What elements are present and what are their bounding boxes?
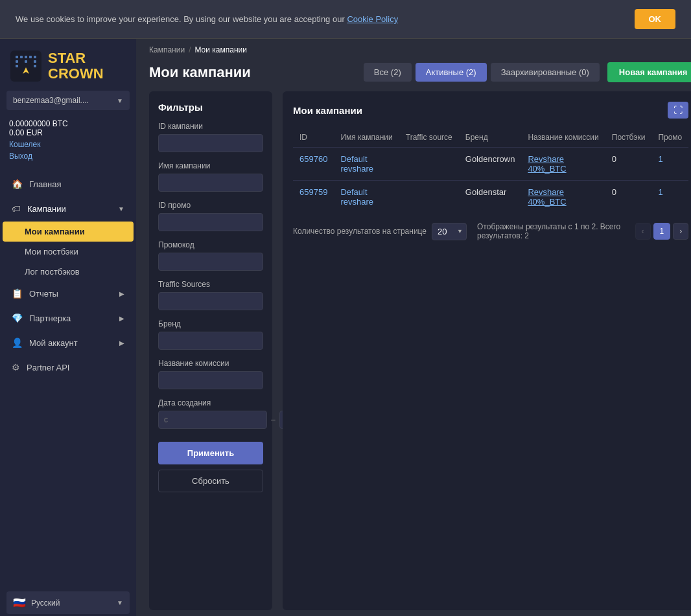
logo-icon xyxy=(10,51,41,82)
filter-brand-input[interactable] xyxy=(158,332,263,350)
sidebar-item-reports[interactable]: 📋 Отчеты ▶ xyxy=(3,282,134,305)
table-row: 659759 Default revshare Goldenstar Revsh… xyxy=(293,181,688,214)
new-campaign-button[interactable]: Новая кампания xyxy=(607,62,691,82)
cookie-text: We use cookies to improve your experienc… xyxy=(16,14,627,24)
filter-traffic-sources-input[interactable] xyxy=(158,292,263,310)
filter-traffic-sources-label: Traffic Sources xyxy=(158,280,263,289)
expand-button[interactable]: ⛶ xyxy=(668,102,688,119)
sidebar-item-home[interactable]: 🏠 Главная xyxy=(3,172,134,196)
language-selector[interactable]: 🇷🇺 Русский ▼ xyxy=(6,591,130,614)
reset-filters-button[interactable]: Сбросить xyxy=(158,470,263,492)
cell-postbacks-1: 0 xyxy=(605,148,652,181)
user-dropdown-icon: ▼ xyxy=(117,97,123,104)
campaigns-table: ID Имя кампании Traffic source Бренд Наз… xyxy=(293,128,688,213)
filters-panel: Фильтры ID кампании Имя кампании ID пром… xyxy=(149,91,272,610)
svg-rect-4 xyxy=(29,56,32,58)
filter-commission-name-label: Название комиссии xyxy=(158,359,263,368)
filter-promo-code-label: Промокод xyxy=(158,240,263,249)
table-row: 659760 Default revshare Goldencrown Revs… xyxy=(293,148,688,181)
campaign-id-link-1[interactable]: 659760 xyxy=(299,154,327,164)
cell-name-2: Default revshare xyxy=(334,181,399,214)
cookie-banner: We use cookies to improve your experienc… xyxy=(0,0,691,39)
sidebar-item-my-campaigns[interactable]: Мои кампании xyxy=(3,222,134,242)
col-promo: Промо xyxy=(651,128,688,148)
campaign-name-link-2[interactable]: Default revshare xyxy=(340,187,373,207)
commission-link-1[interactable]: Revshare 40%_BTC xyxy=(528,154,566,174)
filter-date: Дата создания – xyxy=(158,398,263,429)
filter-promo-code-input[interactable] xyxy=(158,253,263,271)
sidebar-item-log-postbacks[interactable]: Лог постбэков xyxy=(0,262,136,282)
reports-icon: 📋 xyxy=(12,288,23,299)
sidebar-item-my-postbacks[interactable]: Мои постбэки xyxy=(0,242,136,262)
tab-archived[interactable]: Заархивированные (0) xyxy=(491,63,600,82)
cell-promo-2: 1 xyxy=(651,181,688,214)
filter-promo-id-input[interactable] xyxy=(158,213,263,231)
results-info: Отображены результаты с 1 по 2. Всего ре… xyxy=(477,222,625,240)
filter-date-label: Дата создания xyxy=(158,398,263,407)
user-email: benzemaa3@gmail.... xyxy=(13,96,89,105)
svg-rect-3 xyxy=(25,56,27,58)
sidebar-item-api[interactable]: ⚙ Partner API xyxy=(3,356,134,379)
per-page-group: Количество результатов на странице 20 50… xyxy=(293,223,467,240)
breadcrumb-current: Мои кампании xyxy=(194,45,246,54)
col-id: ID xyxy=(293,128,334,148)
sidebar-item-account[interactable]: 👤 Мой аккаунт ▶ xyxy=(3,331,134,354)
filter-commission-name-input[interactable] xyxy=(158,371,263,389)
col-traffic: Traffic source xyxy=(399,128,459,148)
campaigns-submenu: Мои кампании Мои постбэки Лог постбэков xyxy=(0,222,136,282)
filter-promo-id-label: ID промо xyxy=(158,201,263,210)
cookie-message: We use cookies to improve your experienc… xyxy=(16,14,345,24)
cell-postbacks-2: 0 xyxy=(605,181,652,214)
col-commission: Название комиссии xyxy=(521,128,605,148)
campaigns-panel-title: Мои кампании xyxy=(293,105,668,116)
table-header-row: ID Имя кампании Traffic source Бренд Наз… xyxy=(293,128,688,148)
account-arrow-icon: ▶ xyxy=(119,339,124,347)
sidebar-item-partner[interactable]: 💎 Партнерка ▶ xyxy=(3,306,134,330)
breadcrumb: Кампании / Мои кампании xyxy=(136,39,691,57)
campaign-id-link-2[interactable]: 659759 xyxy=(299,187,327,197)
cell-commission-1: Revshare 40%_BTC xyxy=(521,148,605,181)
date-from-input[interactable] xyxy=(158,411,267,429)
svg-rect-7 xyxy=(25,60,27,63)
sidebar-item-label: Партнерка xyxy=(29,314,71,323)
user-selector[interactable]: benzemaa3@gmail.... ▼ xyxy=(6,91,130,110)
col-name: Имя кампании xyxy=(334,128,399,148)
cookie-ok-button[interactable]: OK xyxy=(635,9,676,29)
content-row: Фильтры ID кампании Имя кампании ID пром… xyxy=(136,91,691,616)
filter-campaign-name-label: Имя кампании xyxy=(158,161,263,170)
promo-link-2[interactable]: 1 xyxy=(658,187,662,197)
tab-all[interactable]: Все (2) xyxy=(364,63,412,82)
logo-text: STAR CROWN xyxy=(48,51,104,82)
sidebar-item-label: Partner API xyxy=(27,363,69,372)
prev-page-button[interactable]: ‹ xyxy=(635,223,651,240)
per-page-wrap: 20 50 100 xyxy=(432,223,467,240)
cell-name-1: Default revshare xyxy=(334,148,399,181)
promo-link-1[interactable]: 1 xyxy=(658,154,662,164)
commission-link-2[interactable]: Revshare 40%_BTC xyxy=(528,187,566,207)
svg-rect-0 xyxy=(10,51,41,82)
sidebar-item-campaigns[interactable]: 🏷 Кампании ▼ xyxy=(3,197,134,220)
sidebar-item-label: Главная xyxy=(29,179,61,189)
flag-icon: 🇷🇺 xyxy=(13,597,26,609)
apply-filters-button[interactable]: Применить xyxy=(158,442,263,464)
campaign-name-link-1[interactable]: Default revshare xyxy=(340,154,373,174)
logout-link[interactable]: Выход xyxy=(9,152,127,161)
svg-rect-5 xyxy=(34,56,36,58)
tab-active[interactable]: Активные (2) xyxy=(416,63,487,82)
app-layout: STAR CROWN benzemaa3@gmail.... ▼ 0.00000… xyxy=(0,39,691,616)
cell-brand-1: Goldencrown xyxy=(459,148,522,181)
svg-rect-2 xyxy=(20,56,23,58)
wallet-link[interactable]: Кошелек xyxy=(9,140,127,149)
lang-dropdown-icon: ▼ xyxy=(117,599,123,606)
partner-arrow-icon: ▶ xyxy=(119,315,124,322)
partner-icon: 💎 xyxy=(12,313,23,323)
filter-campaign-id-input[interactable] xyxy=(158,134,263,152)
breadcrumb-parent[interactable]: Кампании xyxy=(149,45,185,54)
next-page-button[interactable]: › xyxy=(673,223,688,240)
page-1-button[interactable]: 1 xyxy=(653,223,671,240)
cookie-policy-link[interactable]: Cookie Policy xyxy=(347,14,398,24)
filter-campaign-name-input[interactable] xyxy=(158,174,263,192)
per-page-select[interactable]: 20 50 100 xyxy=(432,223,467,240)
svg-rect-8 xyxy=(34,60,36,63)
balance-btc: 0.00000000 BTC xyxy=(9,119,127,128)
